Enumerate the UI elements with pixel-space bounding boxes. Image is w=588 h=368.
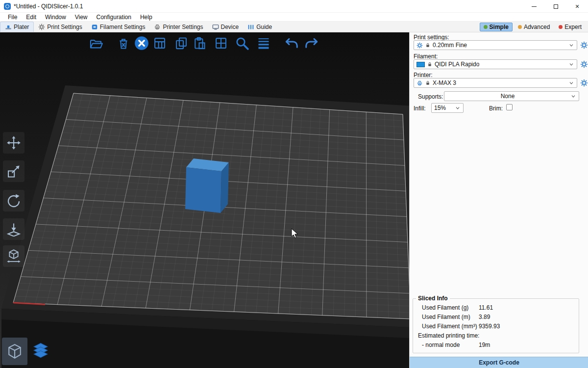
menu-edit[interactable]: Edit [22,14,40,21]
menu-view[interactable]: View [71,14,92,21]
tab-plater-label: Plater [14,24,29,30]
printer-combo[interactable]: X-MAX 3 [414,78,577,88]
move-tool-button[interactable] [3,132,24,154]
split-icon [214,36,228,50]
sliced-info-row: Used Filament (m) 3.89 [413,313,579,322]
mode-simple[interactable]: Simple [480,23,513,31]
used-filament-m-value: 3.89 [479,313,490,322]
split-button[interactable] [212,34,230,52]
tab-guide-label: Guide [256,24,272,30]
mode-advanced-label: Advanced [524,24,550,30]
used-filament-mm3-label: Used Filament (mm³) [422,322,479,331]
search-icon [235,36,249,51]
undo-icon [284,36,299,51]
viewport-3d[interactable] [0,32,409,368]
infill-label: Infill: [414,105,426,112]
sliced-info-title: Sliced Info [416,295,450,302]
tab-device[interactable]: Device [208,22,244,32]
copy-icon [174,36,188,50]
mode-advanced[interactable]: Advanced [514,23,553,31]
delete-all-button[interactable] [133,34,150,52]
print-settings-gear-button[interactable] [580,41,588,49]
place-on-face-icon [6,222,21,237]
sliced-info-row: Used Filament (g) 11.61 [413,303,579,313]
paste-button[interactable] [191,34,208,52]
maximize-icon [554,4,558,9]
supports-value: None [501,93,515,100]
menu-file[interactable]: File [4,14,21,21]
print-settings-value: 0.20mm Fine [433,42,467,49]
filament-gear-button[interactable] [580,60,588,68]
chevron-down-icon [568,80,574,86]
arrange-icon [153,36,167,50]
tab-bar: Plater Print Settings Filament Settings … [0,22,588,32]
tab-print-settings[interactable]: Print Settings [34,22,86,32]
arrange-button[interactable] [151,34,169,52]
brim-checkbox[interactable] [506,104,513,110]
delete-icon [117,36,130,50]
supports-combo[interactable]: None [444,91,579,101]
rotate-icon [6,193,21,208]
infill-value: 15% [434,105,446,111]
editor-view-button[interactable] [2,338,27,365]
maximize-button[interactable] [545,0,566,13]
normal-mode-value: 19m [479,341,490,350]
export-gcode-button[interactable]: Export G-code [410,357,588,368]
mode-expert[interactable]: Expert [555,23,585,31]
place-on-face-tool-button[interactable] [3,218,24,240]
simple-dot-icon [484,25,488,29]
print-settings-label: Print settings: [414,34,449,41]
normal-mode-label: - normal mode [422,341,479,350]
profile-gear-icon [416,42,423,49]
minimize-button[interactable] [523,0,545,13]
used-filament-m-label: Used Filament (m) [422,313,479,322]
tab-filament-settings[interactable]: Filament Settings [87,22,150,32]
copy-button[interactable] [172,34,190,52]
printer-settings-icon [154,24,161,30]
menu-help[interactable]: Help [136,14,156,21]
used-filament-mm3-value: 9359.93 [479,322,500,331]
chevron-down-icon [568,61,574,67]
tab-guide[interactable]: Guide [243,22,276,32]
variable-layer-height-button[interactable] [255,34,272,52]
tab-device-label: Device [221,24,239,30]
tab-plater[interactable]: Plater [0,22,34,32]
lock-icon [427,61,433,67]
chevron-down-icon [568,42,574,48]
menu-configuration[interactable]: Configuration [93,14,135,21]
open-file-button[interactable] [87,34,105,52]
estimated-time-header: Estimated printing time: [418,331,479,341]
tab-printer-settings[interactable]: Printer Settings [149,22,207,32]
right-sidebar: Print settings: 0.20mm Fine Filament: QI… [409,32,588,368]
viewport-canvas[interactable] [0,32,409,368]
sliced-info-row: - normal mode 19m [413,341,579,350]
window-title: *Untitled - QIDISlicer-1.0.1 [14,3,83,10]
menu-window[interactable]: Window [41,14,70,21]
filament-settings-icon [91,24,98,30]
search-button[interactable] [233,34,251,52]
print-settings-combo[interactable]: 0.20mm Fine [414,40,577,50]
app-logo-icon [4,3,11,10]
printer-label: Printer: [414,72,433,79]
cut-tool-button[interactable] [3,245,24,267]
tab-print-settings-label: Print Settings [47,24,82,30]
printer-gear-button[interactable] [580,79,588,87]
undo-button[interactable] [283,34,300,52]
delete-button[interactable] [115,34,132,52]
chevron-down-icon [455,105,461,111]
editor-cube-icon [6,343,23,360]
redo-icon [304,36,319,51]
model-cube[interactable] [185,158,229,213]
close-button[interactable]: × [566,0,588,13]
menu-bar: File Edit Window View Configuration Help [0,13,588,22]
advanced-dot-icon [518,25,522,29]
printer-value: X-MAX 3 [433,79,456,86]
scale-tool-button[interactable] [3,160,24,182]
preview-view-button[interactable] [28,338,53,365]
filament-combo[interactable]: QIDI PLA Rapido [414,59,577,69]
title-bar[interactable]: *Untitled - QIDISlicer-1.0.1 × [0,0,588,13]
rotate-tool-button[interactable] [3,190,24,211]
redo-button[interactable] [303,34,320,52]
mode-expert-label: Expert [564,24,582,30]
infill-combo[interactable]: 15% [431,103,464,113]
